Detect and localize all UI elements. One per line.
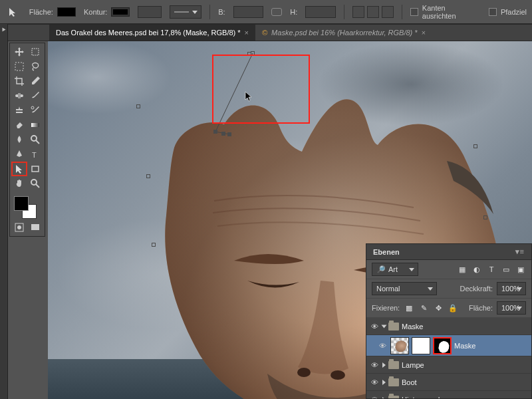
stroke-label: Kontur: [84,8,107,16]
path-op-combine[interactable] [352,6,364,18]
document-tab-active[interactable]: Das Orakel des Meeres.psd bei 17,8% (Mas… [49,25,255,41]
path-selection-tool[interactable] [11,162,27,176]
stroke-width-field[interactable] [138,6,162,18]
svg-rect-7 [32,166,39,172]
tutorial-highlight-box [212,55,310,124]
gradient-tool[interactable] [27,118,43,132]
anchor-point[interactable] [213,130,217,134]
twisty-icon[interactable] [382,325,387,328]
twisty-icon[interactable] [382,397,386,399]
panel-gutter[interactable] [0,24,8,399]
filter-adjust-icon[interactable]: ◐ [471,264,482,275]
path-op-arrange[interactable] [382,6,394,18]
width-field[interactable] [233,6,264,18]
layer-name: Boot [402,378,417,386]
fill-label: Fläche: [29,8,53,16]
fill-opacity-label: Fläche: [469,304,493,312]
anchor-point[interactable] [227,132,231,136]
visibility-toggle[interactable]: 👁 [369,377,380,388]
tool-preset-arrow[interactable] [5,5,21,19]
layer-group-boot[interactable]: 👁 Boot [366,374,531,391]
lock-all-icon[interactable]: 🔒 [448,303,458,313]
hand-tool[interactable] [11,176,27,191]
folder-icon [388,361,399,369]
lock-pixels-icon[interactable]: ✎ [418,303,429,313]
opacity-field[interactable]: 100% [497,282,526,295]
transform-handle[interactable] [483,215,487,219]
twisty-icon[interactable] [382,380,386,385]
filter-shape-icon[interactable]: ▭ [501,264,511,275]
layer-name: Maske [454,342,475,350]
artboard-tool[interactable] [27,45,43,59]
layer-maske[interactable]: 👁 Maske [366,335,531,356]
layer-group-hintergrund[interactable]: 👁 Hintergrund [366,391,531,398]
lock-label: Fixieren: [372,304,400,312]
dodge-tool[interactable] [27,132,43,147]
filter-type-icon[interactable]: T [486,264,497,275]
screen-mode-toggle[interactable] [27,220,43,235]
type-tool[interactable]: T [27,147,43,162]
layer-mask-thumbnail[interactable] [412,337,430,354]
height-field[interactable] [305,6,336,18]
stroke-swatch[interactable] [111,7,130,17]
spot-heal-tool[interactable] [11,88,27,103]
path-op-align[interactable] [367,6,379,18]
anchor-point[interactable] [221,132,225,136]
close-icon[interactable]: × [245,29,249,37]
layer-group-lampe[interactable]: 👁 Lampe [366,356,531,374]
lock-transparent-icon[interactable]: ▩ [404,303,414,313]
move-tool[interactable] [11,45,27,59]
path-target-checkbox[interactable] [489,8,497,16]
filter-smart-icon[interactable]: ▣ [515,264,526,275]
folder-icon [388,378,399,386]
pen-tool[interactable] [11,147,27,162]
align-edges-checkbox[interactable] [410,8,418,16]
lock-position-icon[interactable]: ✥ [433,303,444,313]
transform-handle[interactable] [146,174,150,178]
transform-handle[interactable] [152,243,156,247]
foreground-background-colors[interactable] [11,194,43,220]
layer-name: Lampe [402,361,424,369]
stroke-style-combo[interactable] [170,5,201,19]
eraser-tool[interactable] [11,118,27,132]
visibility-toggle[interactable]: 👁 [369,360,380,370]
blur-tool[interactable] [11,132,27,147]
zoom-tool[interactable] [27,176,43,191]
eyedropper-tool[interactable] [27,74,43,88]
crop-tool[interactable] [11,74,27,88]
rectangle-tool[interactable] [27,162,43,176]
fill-swatch[interactable] [57,7,76,17]
visibility-toggle[interactable]: 👁 [377,340,388,351]
path-ops[interactable] [352,6,394,18]
canvas-area[interactable]: Ebenen ▾≡ 🔎Art ▦ ◐ T ▭ ▣ Normal Deckkraf… [48,41,532,399]
close-icon[interactable]: × [422,29,426,37]
visibility-toggle[interactable]: 👁 [369,321,380,332]
filter-pixel-icon[interactable]: ▦ [457,264,467,275]
quick-mask-toggle[interactable] [11,220,27,235]
layer-filter-kind[interactable]: 🔎Art [372,263,418,276]
lasso-tool[interactable] [27,59,43,74]
svg-rect-11 [31,224,39,230]
layer-group-maske[interactable]: 👁 Maske [366,318,531,335]
brush-tool[interactable] [27,88,43,103]
document-tab-inactive[interactable]: © Maske.psd bei 16% (Haarkorrektur, RGB/… [255,25,432,41]
history-brush-tool[interactable] [27,103,43,118]
svg-point-3 [31,106,34,109]
twisty-icon[interactable] [382,362,386,368]
panel-menu-icon[interactable]: ▾≡ [515,247,525,256]
foreground-color[interactable] [14,196,29,211]
blend-mode-combo[interactable]: Normal [372,282,437,295]
toolbox: T [9,43,45,237]
transform-handle[interactable] [136,104,140,108]
clone-stamp-tool[interactable] [11,103,27,118]
fill-opacity-field[interactable]: 100% [497,301,526,315]
vector-mask-thumbnail[interactable] [433,337,452,354]
transform-handle[interactable] [473,144,477,148]
marquee-tool[interactable] [11,59,27,74]
path-target-label: Pfadziel [501,8,527,16]
visibility-toggle[interactable]: 👁 [369,394,380,399]
link-wh-icon[interactable] [271,8,282,16]
layers-panel-tab[interactable]: Ebenen ▾≡ [366,244,531,260]
svg-rect-4 [31,123,39,127]
layer-thumbnail[interactable] [390,337,409,354]
